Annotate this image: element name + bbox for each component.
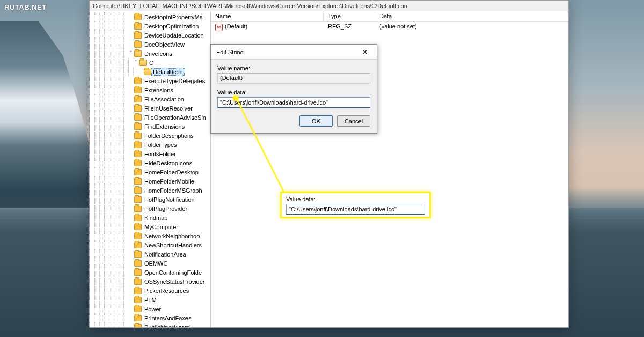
tree-item-mycomputer[interactable]: MyComputer — [90, 222, 207, 231]
folder-icon — [134, 23, 142, 30]
tree-item-power[interactable]: Power — [90, 304, 207, 313]
tree-item-newshortcuthandlers[interactable]: NewShortcutHandlers — [90, 240, 207, 250]
folder-icon — [134, 160, 142, 166]
folder-icon — [134, 206, 142, 212]
folder-icon — [134, 14, 142, 20]
col-type[interactable]: Type — [324, 11, 375, 21]
tree-pane[interactable]: DesktopIniPropertyMaDesktopOptimizationD… — [90, 11, 211, 327]
tree-item-fontsfolder[interactable]: FontsFolder — [90, 149, 207, 158]
folder-icon — [144, 69, 151, 75]
tree-item-publishingwizard[interactable]: PublishingWizard — [90, 323, 207, 327]
folder-icon — [134, 50, 142, 57]
tree-item-opencontainingfolde[interactable]: OpenContainingFolde — [90, 268, 207, 277]
folder-icon — [134, 215, 142, 221]
col-name[interactable]: Name — [211, 11, 324, 21]
folder-icon — [134, 151, 142, 157]
tree-item-homefolderdesktop[interactable]: HomeFolderDesktop — [90, 167, 207, 177]
tree-item-fileassociation[interactable]: FileAssociation — [90, 94, 207, 104]
tree-item-extensions[interactable]: Extensions — [90, 85, 207, 94]
folder-icon — [134, 297, 142, 303]
folder-icon — [134, 306, 142, 312]
edit-string-dialog: Edit String ✕ Value name: (Default) Valu… — [210, 44, 377, 134]
col-data[interactable]: Data — [375, 11, 568, 21]
string-value-icon: ab — [215, 24, 223, 31]
folder-icon — [134, 114, 142, 121]
value-type: REG_SZ — [324, 22, 375, 32]
tree-item-c[interactable]: ˅C — [90, 58, 207, 67]
tree-item-notificationarea[interactable]: NotificationArea — [90, 250, 207, 259]
tree-item-executetypedelegates[interactable]: ExecuteTypeDelegates — [90, 76, 207, 85]
tree-item-defaulticon[interactable]: DefaultIcon — [90, 67, 207, 76]
value-data-label: Value data: — [217, 89, 370, 96]
folder-icon — [134, 196, 142, 203]
tree-item-findextensions[interactable]: FindExtensions — [90, 122, 207, 131]
folder-icon — [134, 169, 142, 175]
tree-item-foldertypes[interactable]: FolderTypes — [90, 140, 207, 149]
tree-item-plm[interactable]: PLM — [90, 295, 207, 304]
folder-icon — [134, 224, 142, 230]
address-bar[interactable]: Computer\HKEY_LOCAL_MACHINE\SOFTWARE\Mic… — [90, 1, 568, 11]
folder-icon — [134, 142, 142, 148]
folder-icon — [134, 32, 142, 39]
tree-item-networkneighborhoo[interactable]: NetworkNeighborhoo — [90, 231, 207, 240]
folder-icon — [134, 105, 142, 112]
tree-item-hotplugprovider[interactable]: HotPlugProvider — [90, 204, 207, 213]
tree-item-docobjectview[interactable]: DocObjectView — [90, 40, 207, 49]
folder-icon — [134, 87, 142, 93]
callout-input — [286, 204, 425, 215]
callout-box: Value data: — [280, 192, 431, 218]
tree-item-kindmap[interactable]: Kindmap — [90, 213, 207, 222]
tree-item-folderdescriptions[interactable]: FolderDescriptions — [90, 131, 207, 140]
tree-item-fileoperationadvisesin[interactable]: FileOperationAdviseSin — [90, 113, 207, 122]
tree-item-oemwc[interactable]: OEMWC — [90, 259, 207, 268]
value-name-label: Value name: — [217, 65, 370, 71]
tree-item-driveicons[interactable]: ˅DriveIcons — [90, 49, 207, 58]
folder-icon — [134, 78, 142, 84]
tree-item-printersandfaxes[interactable]: PrintersAndFaxes — [90, 313, 207, 323]
tree-item-deviceupdatelocation[interactable]: DeviceUpdateLocation — [90, 31, 207, 40]
tree-item-desktopinipropertyma[interactable]: DesktopIniPropertyMa — [90, 12, 207, 21]
folder-icon — [134, 233, 142, 239]
folder-icon — [139, 60, 147, 66]
callout-label: Value data: — [286, 196, 425, 202]
folder-icon — [134, 288, 142, 294]
value-name-field: (Default) — [217, 73, 370, 84]
folder-icon — [134, 315, 142, 321]
tree-item-homefoldermsgraph[interactable]: HomeFolderMSGraph — [90, 186, 207, 195]
folder-icon — [134, 251, 142, 258]
tree-item-pickerresources[interactable]: PickerResources — [90, 286, 207, 295]
list-header[interactable]: Name Type Data — [211, 11, 568, 22]
tree-item-homefoldermobile[interactable]: HomeFolderMobile — [90, 177, 207, 186]
value-data: (value not set) — [375, 22, 568, 32]
folder-icon — [134, 133, 142, 139]
folder-icon — [134, 96, 142, 102]
tree-item-hotplugnotification[interactable]: HotPlugNotification — [90, 195, 207, 204]
tree-item-ossyncstatusprovider[interactable]: OSSyncStatusProvider — [90, 277, 207, 286]
folder-icon — [134, 279, 142, 285]
tree-item-desktopoptimization[interactable]: DesktopOptimization — [90, 21, 207, 31]
ok-button[interactable]: OK — [299, 115, 333, 127]
watermark: RUTAB.NET — [4, 3, 47, 11]
value-row[interactable]: ab(Default) REG_SZ (value not set) — [211, 22, 568, 32]
folder-icon — [134, 260, 142, 267]
dialog-title: Edit String — [216, 49, 244, 55]
value-name: (Default) — [225, 23, 247, 30]
close-icon[interactable]: ✕ — [356, 47, 374, 57]
tree-item-hidedesktopicons[interactable]: HideDesktopIcons — [90, 158, 207, 167]
folder-icon — [134, 41, 142, 48]
folder-icon — [134, 178, 142, 185]
folder-icon — [134, 187, 142, 194]
folder-icon — [134, 242, 142, 248]
folder-icon — [134, 269, 142, 276]
cancel-button[interactable]: Cancel — [337, 115, 370, 127]
folder-icon — [134, 324, 142, 328]
tree-item-fileinuseresolver[interactable]: FileInUseResolver — [90, 104, 207, 113]
folder-icon — [134, 123, 142, 130]
